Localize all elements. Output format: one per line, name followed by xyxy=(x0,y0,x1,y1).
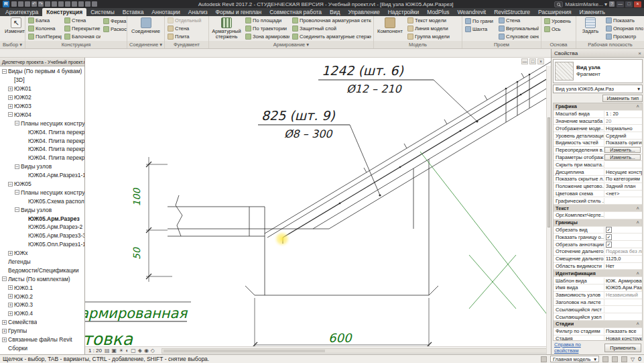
tree-item[interactable]: ЮЖ05 xyxy=(0,180,84,189)
property-row[interactable]: Видимость частейПоказать оригинал xyxy=(554,140,642,147)
tree-expander[interactable] xyxy=(2,260,7,264)
tree-expander[interactable] xyxy=(8,294,13,299)
tree-item[interactable]: [3D] xyxy=(0,76,84,85)
property-row[interactable]: СтадияНовая конструкция xyxy=(554,335,642,342)
ribbon-button[interactable]: Проволочная арматурная сетка xyxy=(291,17,371,25)
property-row[interactable]: Текст xyxy=(554,205,642,212)
aligned-dimension-icon[interactable] xyxy=(58,1,64,7)
ribbon-button[interactable]: Стена xyxy=(497,17,539,25)
property-row[interactable]: Границы xyxy=(554,219,642,227)
tree-expander[interactable] xyxy=(8,104,13,109)
tree-expander[interactable] xyxy=(8,251,13,256)
vertical-scrollbar-thumb[interactable] xyxy=(548,117,550,227)
tree-expander[interactable] xyxy=(22,199,27,203)
modify-button[interactable]: ↖ Изменить xyxy=(1,17,25,40)
tree-item[interactable]: ЮЖ04. Плита перекрытия на от xyxy=(0,136,84,145)
tree-expander[interactable] xyxy=(22,242,27,247)
ribbon-button[interactable]: По грани xyxy=(464,17,496,25)
properties-caption[interactable]: Свойства × xyxy=(552,49,644,58)
ribbon-tab[interactable]: ModPlus xyxy=(423,8,453,16)
visual-style-icon[interactable]: ▣ xyxy=(112,348,117,354)
ribbon-button[interactable]: Слуховое окно xyxy=(497,32,539,40)
sun-path-icon[interactable]: ☀ xyxy=(119,348,123,354)
view-restore-button[interactable]: □ xyxy=(529,58,536,64)
property-row[interactable]: Обрезать аннотации xyxy=(554,241,642,248)
property-row[interactable]: Графический стиль ... xyxy=(554,197,642,205)
panel-label-rebar[interactable]: Армирование ▾ xyxy=(209,41,373,48)
property-row[interactable]: Положение цветово...Задний план xyxy=(554,183,642,191)
ribbon-button[interactable]: Раскос xyxy=(102,25,127,33)
tree-expander[interactable] xyxy=(22,129,27,134)
properties-help-link[interactable]: Справка по свойствам xyxy=(554,342,604,354)
property-row[interactable]: ДисциплинаНесущие конструкц... xyxy=(554,168,642,176)
set-workplane-button[interactable]: Задать xyxy=(578,17,603,40)
ribbon-button[interactable]: Просмотр xyxy=(604,32,643,40)
rebar-callout-825[interactable]: 825 (шт. 9) xyxy=(261,108,335,123)
ribbon-tab[interactable]: Архитектура xyxy=(1,8,42,16)
property-row[interactable]: Смещение дальнего...1125,0 xyxy=(554,256,642,263)
tree-item[interactable]: Связанные файлы Revit xyxy=(0,335,84,344)
ribbon-button[interactable]: Колонна xyxy=(27,25,62,33)
panel-label-select[interactable]: Выбор ▾ xyxy=(0,41,25,48)
ribbon-tab[interactable]: Weandrevit xyxy=(453,8,490,16)
ribbon-button[interactable]: Пол/Перекрытия xyxy=(27,32,62,40)
dimension-50[interactable]: 50 xyxy=(131,247,142,260)
ribbon-button[interactable]: По площади xyxy=(244,17,289,25)
ribbon-button[interactable]: Стена xyxy=(63,17,101,25)
ribbon-tab[interactable]: Формы и генплан xyxy=(212,8,266,16)
revit-app-menu-icon[interactable]: R xyxy=(3,1,9,7)
property-row[interactable]: Показать скрытые л...По категориям xyxy=(554,176,642,183)
tree-expander[interactable] xyxy=(2,329,7,333)
detail-level-icon[interactable]: ▤ xyxy=(105,348,110,354)
default-3d-view-icon[interactable] xyxy=(78,1,84,7)
tree-expander[interactable] xyxy=(2,346,7,350)
property-row[interactable]: Обрезать вид xyxy=(554,227,642,234)
show-crop-region-icon[interactable]: ◈ xyxy=(138,348,142,354)
section-icon[interactable] xyxy=(85,1,90,7)
tree-expander[interactable] xyxy=(8,303,13,307)
ribbon-button[interactable]: Ферма xyxy=(102,17,127,25)
editable-only-icon[interactable] xyxy=(621,356,627,362)
tree-expander[interactable] xyxy=(2,320,7,325)
tree-item[interactable]: ЮЖ04. Плита перекрытия на от xyxy=(0,127,84,136)
tree-item[interactable]: ЮЖ0.1 xyxy=(0,283,84,292)
ribbon-tab[interactable]: Конструкция xyxy=(42,8,86,16)
property-row[interactable]: Заголовок на листе xyxy=(554,299,642,307)
tree-expander[interactable] xyxy=(2,338,7,342)
help-icon[interactable]: ? xyxy=(609,1,615,7)
panel-label-datum[interactable]: Основа xyxy=(541,41,576,48)
property-row[interactable]: Имя видаЮЖ05.Арм.Разрез xyxy=(554,284,642,292)
connection-button[interactable]: Соединение xyxy=(131,17,161,40)
tree-expander[interactable] xyxy=(15,164,19,169)
tree-item[interactable]: Листы (По комплектам) xyxy=(0,274,84,283)
tree-item[interactable]: Семейства xyxy=(0,318,84,327)
dimension-100[interactable]: 100 xyxy=(131,188,142,207)
text-icon[interactable] xyxy=(72,1,77,7)
type-selector[interactable]: Вид узла Фрагмент xyxy=(553,59,643,83)
sync-icon[interactable] xyxy=(25,1,30,7)
exclude-options-icon[interactable] xyxy=(602,356,608,362)
thin-lines-icon[interactable] xyxy=(92,1,97,7)
user-account-menu[interactable]: MaksimMarke... ▾ xyxy=(565,1,607,7)
panel-label-opening[interactable]: Проем xyxy=(462,41,541,48)
ribbon-button[interactable]: Балка xyxy=(27,17,62,25)
property-row[interactable]: Идентификация xyxy=(554,270,642,277)
tree-expander[interactable] xyxy=(15,190,19,195)
redo-icon[interactable]: ↷ xyxy=(38,1,44,7)
open-icon[interactable] xyxy=(11,1,17,7)
ribbon-button[interactable]: Отдельный xyxy=(166,17,207,25)
tree-item[interactable]: ЮЖ01 xyxy=(0,85,84,93)
design-options-selector[interactable]: Главная модель ▾ xyxy=(550,356,599,362)
rebar-callout-d12[interactable]: Ø12 – 210 xyxy=(346,83,402,95)
tree-item[interactable]: Планы несущих конструкций xyxy=(0,188,84,197)
measure-icon[interactable] xyxy=(52,1,57,7)
tree-expander[interactable] xyxy=(15,121,19,125)
tree-item[interactable]: ЮЖ0.2 xyxy=(0,292,84,301)
property-row[interactable]: Масштаб вида1 : 20 xyxy=(554,111,642,118)
tree-item[interactable]: Группы xyxy=(0,327,84,335)
panel-label-foundation[interactable]: Фундамент xyxy=(165,41,208,48)
property-row[interactable]: Показать границу о... xyxy=(554,234,642,241)
tree-item[interactable]: ЮЖх xyxy=(0,249,84,258)
rebar-callout-1242[interactable]: 1242 (шт. 6) xyxy=(322,63,403,78)
tree-expander[interactable] xyxy=(22,216,27,221)
